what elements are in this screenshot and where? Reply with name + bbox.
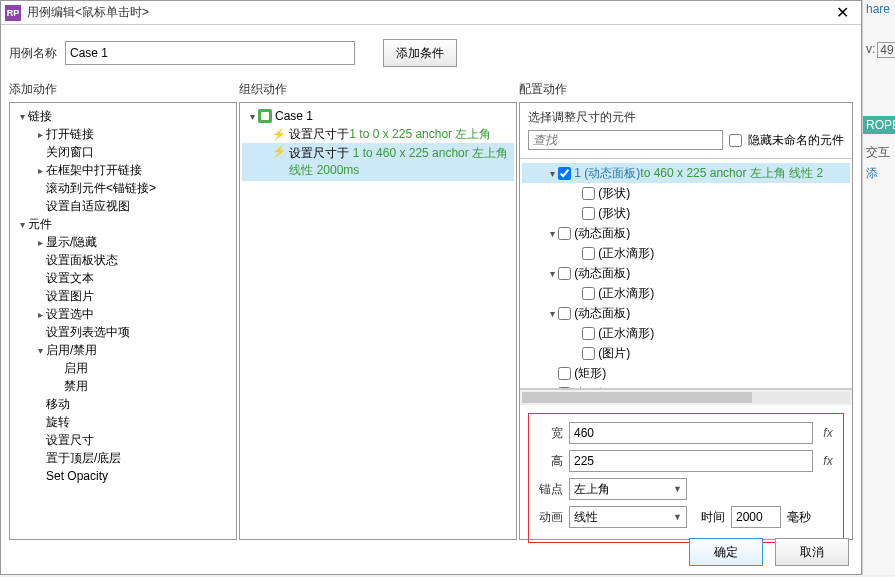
lightning-icon: ⚡ bbox=[272, 145, 286, 158]
action-tree-item[interactable]: ▸在框架中打开链接 bbox=[12, 161, 234, 179]
action-tree-item[interactable]: ▸设置选中 bbox=[12, 305, 234, 323]
col-header-config: 配置动作 bbox=[519, 77, 853, 102]
action-tree-item[interactable]: 关闭窗口 bbox=[12, 143, 234, 161]
time-input[interactable] bbox=[731, 506, 781, 528]
action-tree-item[interactable]: 置于顶层/底层 bbox=[12, 449, 234, 467]
anim-label: 动画 bbox=[535, 509, 563, 526]
height-input[interactable] bbox=[569, 450, 813, 472]
close-button[interactable]: ✕ bbox=[827, 2, 857, 24]
hide-unnamed-checkbox[interactable] bbox=[729, 134, 742, 147]
widget-tree-item[interactable]: (形状) bbox=[522, 203, 850, 223]
action-tree-item[interactable]: 设置尺寸 bbox=[12, 431, 234, 449]
action-tree-item[interactable]: ▸打开链接 bbox=[12, 125, 234, 143]
action-tree-item[interactable]: 启用 bbox=[12, 359, 234, 377]
hscroll-thumb[interactable] bbox=[522, 392, 752, 403]
action2-prefix: 设置尺寸于 bbox=[289, 146, 352, 160]
case-label: Case 1 bbox=[275, 109, 313, 123]
widget-tree-item[interactable]: (形状) bbox=[522, 183, 850, 203]
widget-checkbox[interactable] bbox=[558, 267, 571, 280]
action2-target-l1: 1 to 460 x 225 anchor 左上角 bbox=[353, 146, 508, 160]
side-v-value: 49 bbox=[877, 42, 895, 58]
side-share: hare bbox=[863, 0, 895, 18]
anchor-value: 左上角 bbox=[574, 481, 610, 498]
action-node-2[interactable]: ⚡ 设置尺寸于 1 to 460 x 225 anchor 左上角 线性 200… bbox=[242, 143, 514, 181]
anchor-select[interactable]: 左上角 ▼ bbox=[569, 478, 687, 500]
lightning-icon: ⚡ bbox=[272, 128, 286, 141]
action2-target-l2: 线性 2000ms bbox=[289, 163, 359, 177]
case-icon bbox=[258, 109, 272, 123]
width-label: 宽 bbox=[535, 425, 563, 442]
action-tree-item[interactable]: ▾启用/禁用 bbox=[12, 341, 234, 359]
widget-tree-item[interactable]: (图片) bbox=[522, 343, 850, 363]
titlebar: RP 用例编辑<鼠标单击时> ✕ bbox=[1, 1, 861, 25]
case-editor-dialog: RP 用例编辑<鼠标单击时> ✕ 用例名称 添加条件 添加动作 组织动作 配置动… bbox=[0, 0, 862, 575]
organize-scroll[interactable]: ▾ Case 1 ⚡ 设置尺寸于 1 to 0 x 225 anchor 左上角… bbox=[240, 103, 516, 539]
widget-tree-item[interactable]: ▾ (动态面板) bbox=[522, 263, 850, 283]
anim-value: 线性 bbox=[574, 509, 598, 526]
widget-tree-hscroll[interactable] bbox=[520, 389, 852, 405]
action-tree-item[interactable]: ▸显示/隐藏 bbox=[12, 233, 234, 251]
widget-checkbox[interactable] bbox=[582, 347, 595, 360]
columns-header: 添加动作 组织动作 配置动作 bbox=[1, 77, 861, 102]
action-tree-item[interactable]: ▾元件 bbox=[12, 215, 234, 233]
height-fx-button[interactable]: fx bbox=[819, 454, 837, 468]
widget-tree-item[interactable]: ▾ 1 (动态面板) to 460 x 225 anchor 左上角 线性 2 bbox=[522, 163, 850, 183]
action-tree-item[interactable]: ▾链接 bbox=[12, 107, 234, 125]
action-tree-item[interactable]: 禁用 bbox=[12, 377, 234, 395]
action-tree-item[interactable]: 设置文本 bbox=[12, 269, 234, 287]
ok-button[interactable]: 确定 bbox=[689, 538, 763, 566]
cancel-button[interactable]: 取消 bbox=[775, 538, 849, 566]
widget-checkbox[interactable] bbox=[582, 187, 595, 200]
action-tree-item[interactable]: Set Opacity bbox=[12, 467, 234, 485]
widget-tree-scroll[interactable]: ▾ 1 (动态面板) to 460 x 225 anchor 左上角 线性 2 … bbox=[520, 159, 852, 389]
case-name-input[interactable] bbox=[65, 41, 355, 65]
actions-tree: ▾链接▸打开链接关闭窗口▸在框架中打开链接滚动到元件<锚链接>设置自适应视图▾元… bbox=[10, 103, 236, 489]
side-tj: 添 bbox=[863, 163, 895, 184]
width-fx-button[interactable]: fx bbox=[819, 426, 837, 440]
config-top: 选择调整尺寸的元件 隐藏未命名的元件 bbox=[520, 103, 852, 154]
case-name-label: 用例名称 bbox=[9, 45, 57, 62]
columns: ▾链接▸打开链接关闭窗口▸在框架中打开链接滚动到元件<锚链接>设置自适应视图▾元… bbox=[1, 102, 861, 530]
case-name-row: 用例名称 添加条件 bbox=[1, 25, 861, 77]
action-tree-item[interactable]: 移动 bbox=[12, 395, 234, 413]
anchor-label: 锚点 bbox=[535, 481, 563, 498]
widget-tree-item[interactable]: ▾ (动态面板) bbox=[522, 223, 850, 243]
add-condition-button[interactable]: 添加条件 bbox=[383, 39, 457, 67]
background-strip: hare v: 49 ROPE 交互 添 bbox=[862, 0, 895, 575]
widget-checkbox[interactable] bbox=[558, 367, 571, 380]
widget-checkbox[interactable] bbox=[582, 207, 595, 220]
action-tree-item[interactable]: 设置列表选中项 bbox=[12, 323, 234, 341]
window-title: 用例编辑<鼠标单击时> bbox=[27, 4, 827, 21]
col-header-actions: 添加动作 bbox=[9, 77, 239, 102]
app-icon: RP bbox=[5, 5, 21, 21]
widget-tree-item[interactable]: (正水滴形) bbox=[522, 323, 850, 343]
widget-tree-item[interactable]: ▾ (动态面板) bbox=[522, 303, 850, 323]
widget-tree-item[interactable]: (正水滴形) bbox=[522, 243, 850, 263]
widget-checkbox[interactable] bbox=[582, 287, 595, 300]
widget-tree-container: ▾ 1 (动态面板) to 460 x 225 anchor 左上角 线性 2 … bbox=[520, 158, 852, 405]
action-tree-item[interactable]: 设置图片 bbox=[12, 287, 234, 305]
col-header-organize: 组织动作 bbox=[239, 77, 519, 102]
width-input[interactable] bbox=[569, 422, 813, 444]
anim-select[interactable]: 线性 ▼ bbox=[569, 506, 687, 528]
widget-tree-item[interactable]: (矩形) bbox=[522, 363, 850, 383]
widget-checkbox[interactable] bbox=[558, 167, 571, 180]
widget-checkbox[interactable] bbox=[582, 247, 595, 260]
actions-scroll[interactable]: ▾链接▸打开链接关闭窗口▸在框架中打开链接滚动到元件<锚链接>设置自适应视图▾元… bbox=[10, 103, 236, 539]
action-tree-item[interactable]: 设置自适应视图 bbox=[12, 197, 234, 215]
widget-checkbox[interactable] bbox=[558, 227, 571, 240]
chevron-down-icon: ▼ bbox=[673, 484, 682, 494]
action-tree-item[interactable]: 设置面板状态 bbox=[12, 251, 234, 269]
chevron-down-icon: ▼ bbox=[673, 512, 682, 522]
case-node[interactable]: ▾ Case 1 bbox=[242, 107, 514, 125]
widget-tree-item[interactable]: (正水滴形) bbox=[522, 283, 850, 303]
widget-search-input[interactable] bbox=[528, 130, 723, 150]
action-tree-item[interactable]: 旋转 bbox=[12, 413, 234, 431]
side-v-label: v: bbox=[866, 42, 875, 58]
action-node-1[interactable]: ⚡ 设置尺寸于 1 to 0 x 225 anchor 左上角 bbox=[242, 125, 514, 143]
config-panel: 选择调整尺寸的元件 隐藏未命名的元件 ▾ 1 (动态面板) to 460 x 2… bbox=[519, 102, 853, 540]
action-tree-item[interactable]: 滚动到元件<锚链接> bbox=[12, 179, 234, 197]
widget-checkbox[interactable] bbox=[558, 307, 571, 320]
widget-checkbox[interactable] bbox=[582, 327, 595, 340]
time-label: 时间 bbox=[701, 509, 725, 526]
